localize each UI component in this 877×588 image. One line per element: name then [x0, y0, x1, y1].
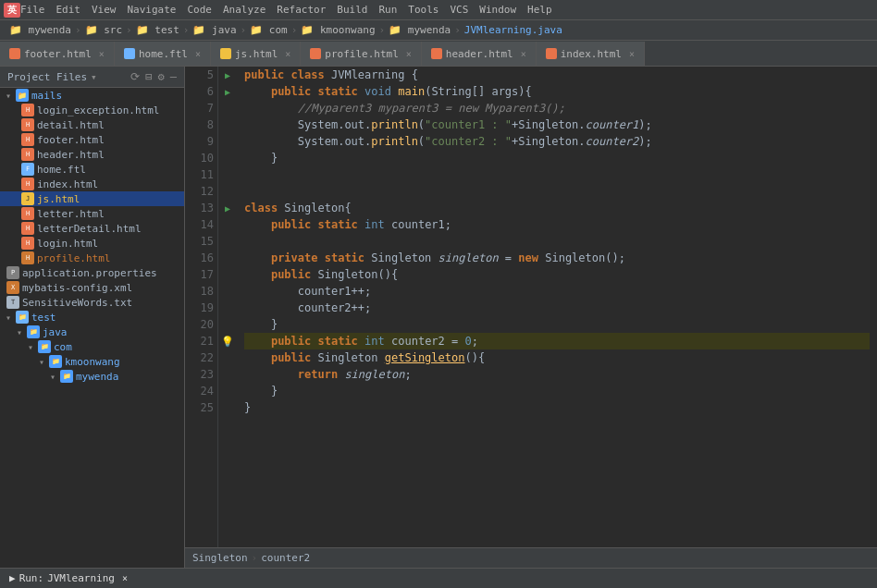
code-editor[interactable]: public class JVMlearning { public static… — [237, 67, 877, 547]
tree-label: login_exception.html — [37, 104, 159, 116]
menu-file[interactable]: File — [20, 4, 45, 16]
tab-home-ftl[interactable]: home.ftl × — [115, 42, 211, 66]
html-file-icon: H — [21, 104, 34, 116]
menu-view[interactable]: View — [92, 4, 117, 16]
menu-help[interactable]: Help — [527, 4, 552, 16]
settings-icon[interactable]: ⚙ — [158, 70, 165, 83]
tab-close-js[interactable]: × — [285, 49, 290, 59]
code-line-18: counter1++; — [244, 283, 870, 300]
collapse-icon[interactable]: ⊟ — [145, 70, 152, 83]
menu-tools[interactable]: Tools — [408, 4, 438, 16]
tree-item-kmoonwang[interactable]: ▾ 📁 kmoonwang — [0, 354, 184, 369]
run-gutter-13[interactable]: ▶ — [218, 200, 237, 216]
gutter-9 — [218, 133, 237, 150]
bc-counter2: counter2 — [261, 552, 310, 564]
tree-item-com[interactable]: ▾ 📁 com — [0, 339, 184, 354]
tree-item-mybatis[interactable]: X mybatis-config.xml — [0, 280, 184, 295]
tree-label: application.properties — [22, 267, 157, 279]
code-content: 56789 1011121314 1516171819 2021222324 2… — [185, 67, 877, 547]
html-file-icon: H — [21, 237, 34, 250]
run-tab-close[interactable]: × — [122, 573, 128, 583]
tab-close-profile[interactable]: × — [406, 49, 412, 59]
html-file-icon: H — [21, 222, 34, 235]
tree-label: js.html — [37, 193, 80, 205]
tab-footer-html[interactable]: footer.html × — [0, 42, 115, 66]
menu-build[interactable]: Build — [337, 4, 367, 16]
gutter-8 — [218, 116, 237, 133]
html-file-icon: H — [21, 118, 34, 131]
code-line-24: } — [244, 383, 870, 399]
tab-icon-html — [9, 48, 20, 59]
menu-run[interactable]: Run — [378, 4, 397, 16]
bc-file[interactable]: JVMlearning.java — [464, 24, 562, 36]
code-line-11 — [244, 166, 870, 183]
gutter-10 — [218, 150, 237, 166]
tab-label: footer.html — [24, 48, 92, 60]
tab-close-footer[interactable]: × — [99, 49, 105, 59]
prop-file-icon: P — [6, 266, 19, 279]
bulb-gutter-21[interactable]: 💡 — [218, 333, 237, 349]
tree-item-login-exception[interactable]: H login_exception.html — [0, 103, 184, 117]
tree-item-header-html[interactable]: H header.html — [0, 147, 184, 162]
code-line-17: public Singleton(){ — [244, 266, 870, 283]
tree-item-footer[interactable]: H footer.html — [0, 132, 184, 147]
folder-open-icon: 📁 — [16, 89, 29, 102]
bc-singleton: Singleton — [192, 552, 248, 564]
tree-item-sensitive[interactable]: T SensitiveWords.txt — [0, 295, 184, 310]
tree-item-java[interactable]: ▾ 📁 java — [0, 325, 184, 339]
run-tab[interactable]: ▶ Run: JVMlearning × — [0, 569, 137, 589]
ftl-file-icon: F — [21, 163, 34, 176]
menu-vcs[interactable]: VCS — [450, 4, 468, 16]
bc-kmoonwang[interactable]: 📁 kmoonwang — [301, 24, 375, 36]
gutter-7 — [218, 100, 237, 116]
tree-item-js-html[interactable]: J js.html — [0, 191, 184, 206]
bc-test[interactable]: 📁 test — [136, 24, 179, 36]
tab-close-header[interactable]: × — [521, 49, 526, 59]
bc-src[interactable]: 📁 src — [85, 24, 123, 36]
tree-item-app-prop[interactable]: P application.properties — [0, 265, 184, 280]
tree-label: letterDetail.html — [37, 223, 142, 235]
main-layout: Project Files ▾ ⟳ ⊟ ⚙ — ▾ 📁 mails H logi… — [0, 67, 877, 568]
tree-item-letter[interactable]: H letter.html — [0, 206, 184, 221]
tree-item-mails[interactable]: ▾ 📁 mails — [0, 88, 184, 103]
menu-navigate[interactable]: Navigate — [128, 4, 177, 16]
tab-profile-html[interactable]: profile.html × — [301, 42, 422, 66]
tab-js-html[interactable]: js.html × — [211, 42, 301, 66]
tree-label: detail.html — [37, 119, 105, 131]
menu-refactor[interactable]: Refactor — [277, 4, 326, 16]
chevron-down-icon[interactable]: ▾ — [91, 71, 97, 83]
html-file-icon: H — [21, 178, 34, 190]
sync-icon[interactable]: ⟳ — [130, 70, 140, 83]
close-panel-icon[interactable]: — — [170, 70, 177, 83]
menu-analyze[interactable]: Analyze — [223, 4, 266, 16]
tab-close-home[interactable]: × — [195, 49, 201, 59]
tree-item-test[interactable]: ▾ 📁 test — [0, 310, 184, 325]
tab-header-html[interactable]: header.html × — [422, 42, 537, 66]
bc-mywenda2[interactable]: 📁 mywenda — [389, 24, 451, 36]
expand-arrow-icon: ▾ — [4, 312, 13, 323]
bc-mywenda[interactable]: 📁 mywenda — [9, 24, 71, 36]
code-line-22: public Singleton getSingleton(){ — [244, 349, 870, 366]
menu-code[interactable]: Code — [187, 4, 212, 16]
tab-label: home.ftl — [139, 48, 188, 60]
code-line-12 — [244, 183, 870, 200]
project-panel-title: Project Files — [7, 71, 87, 83]
folder-open-icon: 📁 — [60, 370, 73, 383]
tree-item-letter-detail[interactable]: H letterDetail.html — [0, 221, 184, 236]
line-numbers: 56789 1011121314 1516171819 2021222324 2… — [185, 67, 218, 547]
menu-window[interactable]: Window — [479, 4, 516, 16]
tab-close-index[interactable]: × — [629, 49, 635, 59]
tree-item-profile[interactable]: H profile.html — [0, 251, 184, 265]
menu-edit[interactable]: Edit — [56, 4, 81, 16]
tree-item-login[interactable]: H login.html — [0, 236, 184, 251]
tree-item-index[interactable]: H index.html — [0, 177, 184, 191]
tree-item-detail[interactable]: H detail.html — [0, 117, 184, 132]
tree-label: mywenda — [76, 371, 118, 383]
tree-item-home-ftl[interactable]: F home.ftl — [0, 162, 184, 177]
tab-index-html[interactable]: index.html × — [537, 42, 645, 66]
bc-java[interactable]: 📁 java — [192, 24, 236, 36]
run-gutter-5[interactable]: ▶ — [218, 67, 237, 83]
bc-com[interactable]: 📁 com — [250, 24, 288, 36]
run-gutter-6[interactable]: ▶ — [218, 83, 237, 100]
tree-item-mywenda-sub[interactable]: ▾ 📁 mywenda — [0, 369, 184, 384]
